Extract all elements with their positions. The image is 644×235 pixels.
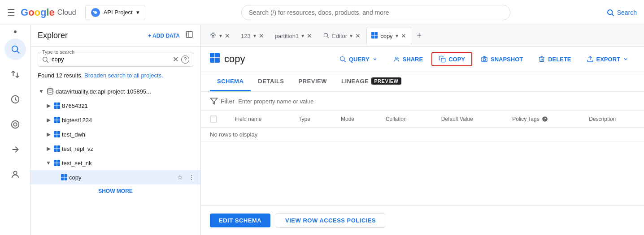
star-copy-icon[interactable]: ☆ <box>174 172 185 183</box>
add-data-button[interactable]: + ADD DATA <box>148 33 180 39</box>
tree-item-datavirtuality[interactable]: ▼ datavirtuality.de:api-project-105895..… <box>30 84 200 98</box>
sidebar-item-user[interactable] <box>4 164 26 185</box>
home-tab-close-icon[interactable]: ✕ <box>225 32 230 39</box>
more-test-repl-vz-icon[interactable]: ⋮ <box>186 143 197 154</box>
svg-point-12 <box>43 57 47 61</box>
edit-schema-button[interactable]: EDIT SCHEMA <box>210 214 270 227</box>
svg-point-41 <box>340 57 344 61</box>
star-bigtest1234-icon[interactable]: ☆ <box>174 115 185 125</box>
tab-editor-close-icon[interactable]: ✕ <box>355 32 361 39</box>
svg-point-7 <box>13 123 17 126</box>
svg-point-33 <box>324 33 328 37</box>
tab-home[interactable]: ▾ ✕ <box>205 27 235 45</box>
export-button[interactable]: EXPORT <box>580 52 635 66</box>
tab-editor[interactable]: Editor ▾ ✕ <box>318 27 366 45</box>
query-button[interactable]: QUERY <box>332 52 384 66</box>
table-copy-icon <box>61 174 67 180</box>
tab-123-close-icon[interactable]: ✕ <box>259 32 264 39</box>
tab-editor-label: Editor <box>332 33 347 39</box>
copy-button[interactable]: COPY <box>431 52 472 66</box>
more-87654321-icon[interactable]: ⋮ <box>186 100 197 111</box>
export-dropdown-icon <box>623 56 628 62</box>
delete-button[interactable]: DELETE <box>531 52 578 66</box>
tree-item-test-repl-vz[interactable]: ▶ test_repl_vz ☆ ⋮ <box>30 141 200 156</box>
sub-tab-lineage[interactable]: LINEAGE PREVIEW <box>334 72 409 91</box>
tab-partition1[interactable]: partition1 ▾ ✕ <box>270 27 317 45</box>
view-row-access-button[interactable]: VIEW ROW ACCESS POLICIES <box>276 213 385 228</box>
sub-tabs: SCHEMA DETAILS PREVIEW LINEAGE PREVIEW <box>201 72 644 92</box>
more-copy-icon[interactable]: ⋮ <box>186 172 197 183</box>
search-help-icon[interactable]: ? <box>181 56 189 64</box>
star-test-dwh-icon[interactable]: ☆ <box>174 129 185 140</box>
more-test-set-nk-icon[interactable]: ⋮ <box>186 158 197 168</box>
tab-copy-close-icon[interactable]: ✕ <box>401 32 406 39</box>
home-tab-dropdown-icon[interactable]: ▾ <box>219 33 222 39</box>
table-grid-icon <box>210 53 220 65</box>
sidebar-item-workflows[interactable] <box>4 139 26 160</box>
sub-tab-details[interactable]: DETAILS <box>251 73 291 91</box>
tree-item-test-dwh[interactable]: ▶ test_dwh ☆ ⋮ <box>30 127 200 141</box>
share-button[interactable]: SHARE <box>386 52 430 66</box>
tab-copy[interactable]: copy ▾ ✕ <box>366 27 411 45</box>
tab-copy-dropdown-icon[interactable]: ▾ <box>396 33 398 39</box>
content-area: ▾ ✕ 123 ▾ ✕ partition1 ▾ ✕ Editor <box>201 25 644 235</box>
tab-editor-dropdown-icon[interactable]: ▾ <box>350 33 352 39</box>
search-clear-icon[interactable]: ✕ <box>173 55 178 64</box>
sub-tab-schema[interactable]: SCHEMA <box>210 73 251 91</box>
table-test-repl-vz-icon <box>54 145 60 152</box>
menu-icon[interactable]: ☰ <box>7 7 15 18</box>
tab-partition1-dropdown-icon[interactable]: ▾ <box>301 33 304 39</box>
more-test-dwh-icon[interactable]: ⋮ <box>186 129 197 140</box>
svg-point-1 <box>93 11 94 12</box>
sidebar-item-transfer[interactable] <box>4 64 26 85</box>
schema-table: Field name Type Mode Collation Default V… <box>201 111 644 142</box>
table-header: copy QUERY SHARE COPY <box>201 47 644 72</box>
more-datavirtuality-icon[interactable]: ⋮ <box>186 86 197 97</box>
broaden-search-link[interactable]: Broaden search to all projects. <box>84 72 163 79</box>
filter-bar: Filter <box>201 92 644 111</box>
show-more-button[interactable]: SHOW MORE <box>30 184 200 198</box>
svg-line-3 <box>612 14 614 16</box>
star-test-repl-vz-icon[interactable]: ☆ <box>174 143 185 154</box>
tab-123[interactable]: 123 ▾ ✕ <box>236 27 269 45</box>
star-datavirtuality-icon[interactable]: ★ <box>174 86 185 97</box>
tab-partition1-close-icon[interactable]: ✕ <box>307 32 312 39</box>
select-all-checkbox[interactable] <box>210 115 217 123</box>
search-button[interactable]: Search <box>606 9 637 17</box>
table-name-text: copy <box>224 53 245 65</box>
svg-line-13 <box>47 61 48 63</box>
explorer-search-input[interactable] <box>52 56 170 63</box>
nav-dot <box>14 30 17 33</box>
global-search-input[interactable] <box>249 9 503 16</box>
sidebar-item-connections[interactable] <box>4 114 26 135</box>
lineage-preview-badge: PREVIEW <box>371 77 401 85</box>
filter-input[interactable] <box>238 98 635 105</box>
project-selector[interactable]: API Project ▾ <box>85 5 145 20</box>
tree-item-copy[interactable]: copy ☆ ⋮ <box>30 170 200 184</box>
star-test-set-nk-icon[interactable]: ☆ <box>174 158 185 168</box>
expand-test-repl-vz-icon: ▶ <box>45 145 52 152</box>
star-87654321-icon[interactable]: ☆ <box>174 100 185 111</box>
expand-test-set-nk-icon: ▼ <box>45 159 52 167</box>
global-search-bar[interactable] <box>241 5 510 20</box>
tree-item-test-set-nk[interactable]: ▼ test_set_nk ☆ ⋮ <box>30 156 200 170</box>
sidebar-item-search[interactable] <box>4 38 26 60</box>
schema-table-area: Field name Type Mode Collation Default V… <box>201 111 644 205</box>
add-tab-button[interactable]: + <box>412 29 426 43</box>
tree-item-bigtest1234[interactable]: ▶ bigtest1234 ☆ ⋮ <box>30 113 200 127</box>
collapse-panel-icon[interactable] <box>185 30 193 41</box>
more-bigtest1234-icon[interactable]: ⋮ <box>186 115 197 125</box>
sidebar-item-history[interactable] <box>4 89 26 110</box>
tree-item-87654321[interactable]: ▶ 87654321 ☆ ⋮ <box>30 98 200 113</box>
snapshot-button[interactable]: SNAPSHOT <box>474 52 530 66</box>
topbar: ☰ Google Cloud API Project ▾ Search <box>0 0 644 25</box>
explorer-search-wrapper: Type to search ✕ ? <box>38 52 193 67</box>
sub-tab-preview[interactable]: PREVIEW <box>292 73 334 91</box>
tab-123-dropdown-icon[interactable]: ▾ <box>253 33 256 39</box>
label-copy: copy <box>69 174 173 181</box>
no-rows-row: No rows to display <box>201 128 644 142</box>
project-name: API Project <box>104 9 133 16</box>
svg-line-34 <box>327 36 329 38</box>
datavirtuality-label: datavirtuality.de:api-project-105895... <box>56 88 173 95</box>
svg-line-42 <box>344 60 346 62</box>
